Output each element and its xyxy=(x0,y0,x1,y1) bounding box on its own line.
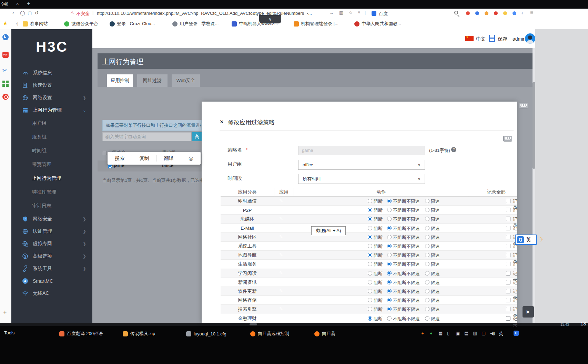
taskbar-item[interactable]: 传易模具.zip xyxy=(123,331,155,337)
record-checkbox[interactable] xyxy=(506,244,510,248)
radio-阻断[interactable] xyxy=(368,235,372,239)
collapse-sidebar-icon[interactable]: ‹| xyxy=(16,21,18,26)
tab-close-icon[interactable]: ✕ xyxy=(16,2,19,6)
radio-阻断[interactable] xyxy=(368,298,372,302)
scrollbar-track[interactable] xyxy=(533,29,535,323)
monitor-icon[interactable]: ▥ xyxy=(473,331,477,336)
sidebar-item-上网行为管理[interactable]: 上网行为管理 xyxy=(11,171,92,185)
reader-icon[interactable]: ▥ xyxy=(339,10,343,15)
bookmark-item[interactable]: 微信公众平台 xyxy=(64,21,98,27)
radio-阻断[interactable] xyxy=(368,244,372,248)
radio-不阻断不限速[interactable] xyxy=(387,208,392,212)
radio-限速[interactable] xyxy=(425,226,429,230)
speaker-icon[interactable]: ◀) xyxy=(490,331,495,336)
refresh-icon[interactable]: ↺ xyxy=(35,10,39,15)
radio-阻断[interactable] xyxy=(368,289,372,293)
ime-keyboard-icon[interactable] xyxy=(519,103,528,108)
extension-icon[interactable] xyxy=(475,11,479,15)
radio-不阻断不限速[interactable] xyxy=(387,199,392,203)
radio-不阻断不限速[interactable] xyxy=(387,271,392,275)
search-engine-name[interactable]: 百度 xyxy=(379,11,388,17)
record-checkbox[interactable] xyxy=(506,235,510,239)
record-checkbox[interactable] xyxy=(506,199,510,203)
radio-不阻断不限速[interactable] xyxy=(387,298,392,302)
favorites-star-icon[interactable]: ★ xyxy=(3,20,8,27)
taskbar-item[interactable]: 向日葵远程控制 xyxy=(250,331,289,337)
bookmark-item[interactable]: 机构管理端登录 |... xyxy=(294,21,338,27)
save-button[interactable]: 保存 xyxy=(498,36,507,42)
sidebar-item-时间组[interactable]: 时间组 xyxy=(11,144,92,158)
download-icon[interactable]: ↓ xyxy=(521,10,524,15)
tablet-icon[interactable]: ▤ xyxy=(464,331,468,336)
time-range-select[interactable]: 所有时间 ∨ xyxy=(298,174,425,184)
edit-pencil-icon[interactable]: ✎ xyxy=(279,270,283,275)
weibo-icon[interactable] xyxy=(2,94,9,100)
green-chat-icon[interactable]: ● xyxy=(430,331,433,336)
back-icon[interactable]: ‹ xyxy=(12,10,14,15)
record-checkbox[interactable] xyxy=(506,307,510,311)
record-checkbox[interactable] xyxy=(506,316,510,321)
sidebar-item-用户组[interactable]: 用户组 xyxy=(11,116,92,130)
record-checkbox[interactable] xyxy=(506,298,510,302)
taskbar-item[interactable]: 向日葵 xyxy=(314,331,335,337)
advanced-query-button[interactable]: 高 xyxy=(192,132,202,141)
new-tab-button[interactable]: + xyxy=(27,0,30,7)
radio-限速[interactable] xyxy=(425,298,429,302)
scissors-icon[interactable]: ✂ xyxy=(2,67,9,74)
extension-icon[interactable] xyxy=(513,11,516,15)
edit-pencil-icon[interactable]: ✎ xyxy=(279,306,283,311)
sidebar-item-带宽管理[interactable]: 带宽管理 xyxy=(11,158,92,171)
help-icon[interactable]: ? xyxy=(451,147,456,152)
record-all-checkbox[interactable] xyxy=(481,190,485,194)
taskbar-item[interactable]: 百度翻译-200种语 xyxy=(59,331,103,337)
record-checkbox[interactable] xyxy=(506,208,510,212)
radio-不阻断不限速[interactable] xyxy=(387,226,392,230)
radio-不阻断不限速[interactable] xyxy=(387,235,392,239)
bookmark-star-icon[interactable]: ☆ xyxy=(349,10,353,15)
radio-不阻断不限速[interactable] xyxy=(387,253,392,257)
sogou-badge-icon[interactable]: 0 xyxy=(514,331,519,336)
radio-不阻断不限速[interactable] xyxy=(387,280,392,284)
tab-应用控制[interactable]: 应用控制 xyxy=(107,74,133,87)
radio-限速[interactable] xyxy=(425,316,429,321)
radio-阻断[interactable] xyxy=(368,262,372,266)
stop-icon[interactable]: ▢ xyxy=(28,10,32,15)
sidebar-item-网络设置[interactable]: 网络设置❯ xyxy=(11,92,92,104)
sunflower-icon[interactable]: ● xyxy=(421,331,424,336)
radio-限速[interactable] xyxy=(425,253,429,257)
user-group-select[interactable]: office ∨ xyxy=(298,160,425,170)
radio-不阻断不限速[interactable] xyxy=(387,316,392,321)
radio-阻断[interactable] xyxy=(368,253,372,257)
radio-限速[interactable] xyxy=(425,244,429,248)
sidebar-item-SmartMC[interactable]: ASmartMC xyxy=(11,275,92,287)
dropdown-icon[interactable]: ∨ xyxy=(358,10,360,14)
radio-阻断[interactable] xyxy=(368,226,372,230)
tab-Web安全[interactable]: Web安全 xyxy=(172,74,200,87)
radio-限速[interactable] xyxy=(425,280,429,284)
reload-icon[interactable]: ◯ xyxy=(20,10,25,15)
browser-tab-title[interactable]: 948 xyxy=(1,2,8,7)
radio-限速[interactable] xyxy=(425,217,429,221)
radio-阻断[interactable] xyxy=(368,271,372,275)
radio-不阻断不限速[interactable] xyxy=(387,262,392,266)
modal-close-icon[interactable]: ✕ xyxy=(220,119,224,125)
address-bar-url[interactable]: http://10.10.10.1/whm/frame/index.php#M_… xyxy=(97,11,326,16)
browser-menu-icon[interactable]: ≡ xyxy=(530,9,533,15)
sidebar-item-认证管理[interactable]: 认证管理❯ xyxy=(11,225,92,238)
record-checkbox[interactable] xyxy=(506,226,510,230)
radio-不阻断不限速[interactable] xyxy=(387,244,392,248)
radio-限速[interactable] xyxy=(425,208,429,212)
save-floppy-icon[interactable] xyxy=(489,35,495,42)
bookmark-item[interactable]: 赛事网站 xyxy=(23,21,48,27)
window-icon[interactable]: ▢ xyxy=(481,331,486,336)
scrollbar-thumb[interactable] xyxy=(533,82,535,169)
moon-icon[interactable]: ☽ xyxy=(538,236,543,243)
tab-网址过滤[interactable]: 网址过滤 xyxy=(137,74,168,87)
policy-name-input[interactable]: game xyxy=(298,146,425,155)
radio-阻断[interactable] xyxy=(368,199,372,203)
radio-不阻断不限速[interactable] xyxy=(387,307,392,311)
search-icon[interactable] xyxy=(454,11,458,14)
record-checkbox[interactable] xyxy=(506,271,510,275)
record-checkbox[interactable] xyxy=(506,253,510,257)
record-checkbox[interactable] xyxy=(506,280,510,284)
